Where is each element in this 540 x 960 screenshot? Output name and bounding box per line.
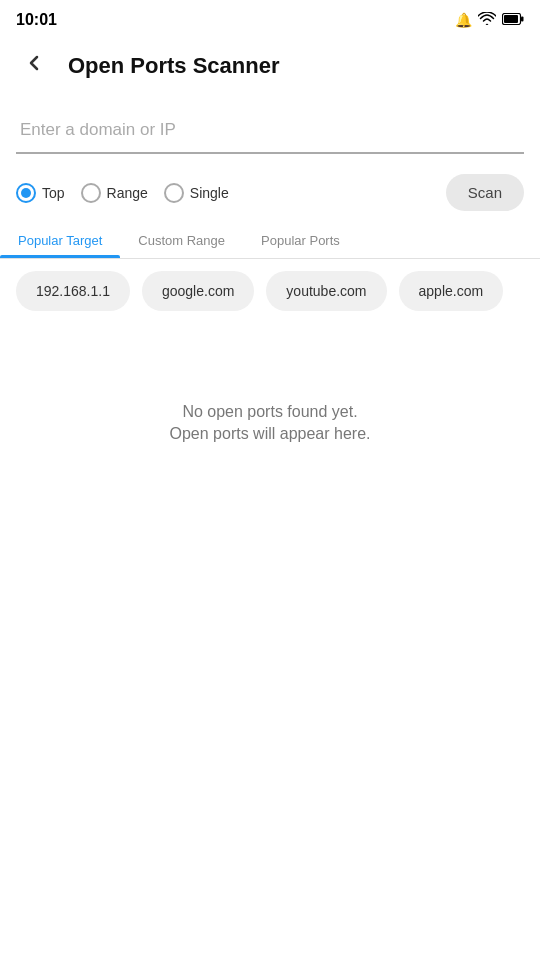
tabs-row: Popular Target Custom Range Popular Port… [0, 219, 540, 259]
radio-single[interactable]: Single [164, 183, 229, 203]
status-time: 10:01 [16, 11, 57, 29]
back-button[interactable] [16, 48, 52, 84]
chip-0[interactable]: 192.168.1.1 [16, 271, 130, 311]
empty-state: No open ports found yet. Open ports will… [0, 323, 540, 467]
radio-circle-range [81, 183, 101, 203]
tab-custom-range[interactable]: Custom Range [120, 219, 243, 258]
empty-text-sub: Open ports will appear here. [170, 425, 371, 443]
status-icons: 🔔 [455, 12, 524, 29]
svg-rect-1 [504, 15, 518, 23]
radio-circle-single [164, 183, 184, 203]
domain-input[interactable] [16, 108, 524, 154]
radio-circle-top [16, 183, 36, 203]
wifi-icon [478, 12, 496, 29]
back-arrow-icon [22, 51, 46, 81]
chip-3[interactable]: apple.com [399, 271, 504, 311]
tab-popular-ports[interactable]: Popular Ports [243, 219, 358, 258]
page-title: Open Ports Scanner [68, 53, 280, 79]
radio-top[interactable]: Top [16, 183, 65, 203]
tab-popular-target[interactable]: Popular Target [0, 219, 120, 258]
chips-section: 192.168.1.1 google.com youtube.com apple… [0, 259, 540, 323]
chip-2[interactable]: youtube.com [266, 271, 386, 311]
input-section [0, 96, 540, 166]
radio-range[interactable]: Range [81, 183, 148, 203]
battery-icon [502, 12, 524, 28]
radio-label-range: Range [107, 185, 148, 201]
radio-label-top: Top [42, 185, 65, 201]
chip-1[interactable]: google.com [142, 271, 254, 311]
notification-icon: 🔔 [455, 12, 472, 28]
scan-button[interactable]: Scan [446, 174, 524, 211]
svg-rect-2 [521, 17, 524, 22]
empty-text-main: No open ports found yet. [182, 403, 357, 421]
status-bar: 10:01 🔔 [0, 0, 540, 36]
radio-row: Top Range Single Scan [0, 166, 540, 219]
radio-label-single: Single [190, 185, 229, 201]
header: Open Ports Scanner [0, 36, 540, 96]
